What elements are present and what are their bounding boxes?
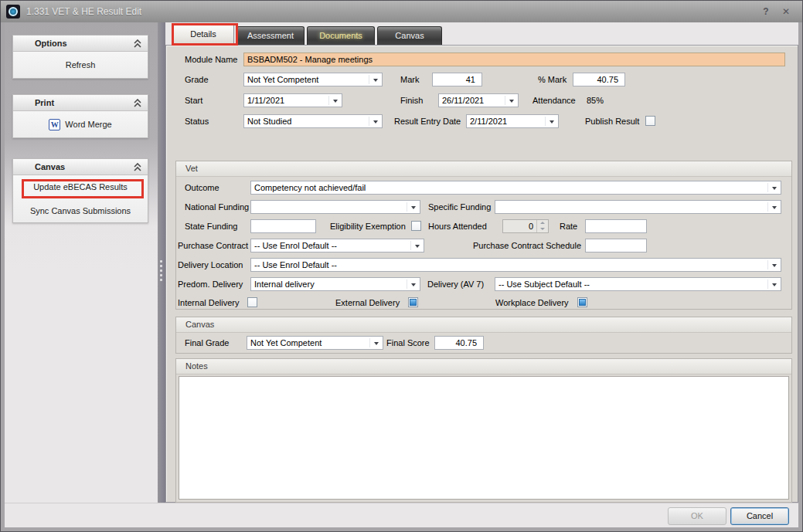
- national-funding-select[interactable]: [250, 200, 420, 214]
- state-funding-label: State Funding: [185, 219, 238, 233]
- canvas-panel: Canvas Update eBECAS Results Sync Canvas…: [12, 158, 148, 223]
- attendance-label: Attendance: [532, 93, 576, 107]
- notes-group-title: Notes: [185, 361, 208, 371]
- options-panel-header[interactable]: Options: [13, 36, 148, 52]
- predom-delivery-value: Internal delivery: [254, 280, 315, 289]
- notes-group-header: Notes: [176, 359, 791, 374]
- internal-delivery-label: Internal Delivery: [178, 296, 239, 310]
- delivery-location-label: Delivery Location: [178, 258, 243, 272]
- tab-assessment[interactable]: Assessment: [236, 26, 305, 45]
- publish-result-label: Publish Result: [585, 114, 639, 128]
- app-icon: [6, 5, 20, 19]
- frame-edge-bottom: [1, 527, 802, 531]
- chevron-down-icon: [772, 187, 777, 190]
- grade-value: Not Yet Competent: [247, 75, 318, 84]
- collapse-chevron-icon[interactable]: [134, 99, 141, 107]
- chevron-down-icon: [772, 283, 777, 286]
- collapse-chevron-icon[interactable]: [134, 39, 141, 48]
- purchase-contract-value: -- Use Enrol Default --: [254, 241, 337, 250]
- final-grade-value: Not Yet Competent: [250, 338, 322, 347]
- finish-date-select[interactable]: 26/11/2021: [438, 93, 519, 107]
- outcome-select[interactable]: Competency not achieved/fail: [250, 181, 781, 195]
- canvas-group-title: Canvas: [185, 320, 214, 329]
- grade-select[interactable]: Not Yet Competent: [243, 73, 383, 86]
- vet-group: Vet Outcome Competency not achieved/fail…: [175, 161, 792, 310]
- vet-group-header: Vet: [176, 161, 791, 177]
- footer-bar: OK Cancel: [5, 503, 798, 527]
- start-date-select[interactable]: 1/11/2021: [243, 93, 342, 107]
- mark-label: Mark: [400, 73, 419, 86]
- publish-result-checkbox[interactable]: [645, 116, 655, 126]
- eligibility-exemption-checkbox[interactable]: [411, 221, 421, 231]
- options-panel-title: Options: [35, 39, 67, 48]
- tab-details[interactable]: Details: [172, 23, 234, 45]
- start-date-value: 1/11/2021: [247, 96, 284, 105]
- close-icon[interactable]: ✕: [779, 5, 793, 18]
- spinner-down-icon[interactable]: [537, 226, 548, 232]
- window-title: 1.331 VET & HE Result Edit: [26, 6, 141, 17]
- result-entry-date-select[interactable]: 2/11/2021: [466, 114, 559, 128]
- print-panel-header[interactable]: Print: [13, 95, 148, 111]
- canvas-panel-title: Canvas: [35, 162, 65, 171]
- status-select[interactable]: Not Studied: [243, 114, 383, 128]
- rate-label: Rate: [560, 219, 577, 233]
- chevron-down-icon: [550, 120, 554, 124]
- canvas-panel-header[interactable]: Canvas: [13, 159, 148, 175]
- external-delivery-checkbox[interactable]: [408, 297, 418, 307]
- pct-mark-field[interactable]: 40.75: [573, 73, 625, 86]
- chevron-down-icon: [415, 245, 420, 248]
- canvas-group: Canvas Final Grade Not Yet Competent Fin…: [175, 317, 792, 354]
- result-entry-date-label: Result Entry Date: [394, 114, 461, 128]
- canvas-group-header: Canvas: [176, 317, 791, 333]
- update-ebecas-results-button[interactable]: Update eBECAS Results: [33, 182, 128, 191]
- purchase-contract-schedule-field[interactable]: [585, 239, 647, 252]
- print-panel-title: Print: [35, 98, 54, 107]
- main-panel: Details Assessment Documents Canvas Modu…: [165, 22, 798, 503]
- final-score-label: Final Score: [386, 336, 430, 350]
- tab-documents[interactable]: Documents: [307, 26, 375, 45]
- specific-funding-label: Specific Funding: [428, 200, 491, 214]
- hours-attended-spinner[interactable]: 0: [502, 219, 549, 233]
- word-icon: W: [49, 119, 60, 130]
- state-funding-field[interactable]: [250, 219, 316, 233]
- predom-delivery-select[interactable]: Internal delivery: [250, 277, 420, 291]
- refresh-button[interactable]: Refresh: [66, 60, 96, 69]
- grade-label: Grade: [185, 73, 209, 86]
- details-tab-page: Module Name BSBADM502 - Manage meetings …: [165, 45, 798, 503]
- collapse-chevron-icon[interactable]: [134, 163, 141, 171]
- status-value: Not Studied: [247, 117, 291, 126]
- final-grade-label: Final Grade: [185, 336, 229, 350]
- print-panel-body: W Word Merge: [13, 111, 148, 137]
- module-name-field[interactable]: BSBADM502 - Manage meetings: [243, 53, 785, 66]
- internal-delivery-checkbox[interactable]: [247, 297, 257, 307]
- ok-button[interactable]: OK: [668, 507, 726, 525]
- spinner-up-icon[interactable]: [537, 220, 548, 226]
- workplace-delivery-checkbox[interactable]: [577, 297, 587, 307]
- cancel-button[interactable]: Cancel: [730, 507, 789, 525]
- delivery-av7-value: -- Use Subject Default --: [498, 280, 590, 289]
- notes-textarea[interactable]: [179, 376, 789, 500]
- sidebar: Options Refresh Print W Word Merge Canva…: [5, 22, 158, 527]
- rate-field[interactable]: [585, 219, 647, 233]
- delivery-av7-select[interactable]: -- Use Subject Default --: [495, 277, 781, 291]
- final-score-field[interactable]: 40.75: [434, 336, 484, 350]
- chevron-down-icon: [373, 79, 378, 82]
- chevron-down-icon: [333, 100, 338, 103]
- notes-group: Notes: [175, 358, 792, 503]
- sidebar-splitter[interactable]: [158, 22, 165, 503]
- chevron-down-icon: [374, 342, 379, 345]
- specific-funding-select[interactable]: [495, 200, 781, 214]
- mark-field[interactable]: 41: [432, 73, 482, 86]
- sync-canvas-submissions-button[interactable]: Sync Canvas Submissions: [30, 206, 131, 215]
- outcome-label: Outcome: [185, 181, 219, 195]
- tab-canvas[interactable]: Canvas: [377, 26, 442, 45]
- purchase-contract-select[interactable]: -- Use Enrol Default --: [250, 239, 424, 252]
- result-edit-dialog: 1.331 VET & HE Result Edit ? ✕ Options R…: [0, 0, 803, 532]
- final-grade-select[interactable]: Not Yet Competent: [247, 336, 383, 350]
- chevron-down-icon: [411, 283, 416, 286]
- help-icon[interactable]: ?: [759, 5, 773, 18]
- external-delivery-label: External Delivery: [335, 296, 400, 310]
- chevron-down-icon: [772, 264, 777, 267]
- word-merge-button[interactable]: W Word Merge: [49, 119, 111, 130]
- delivery-location-select[interactable]: -- Use Enrol Default --: [250, 258, 781, 272]
